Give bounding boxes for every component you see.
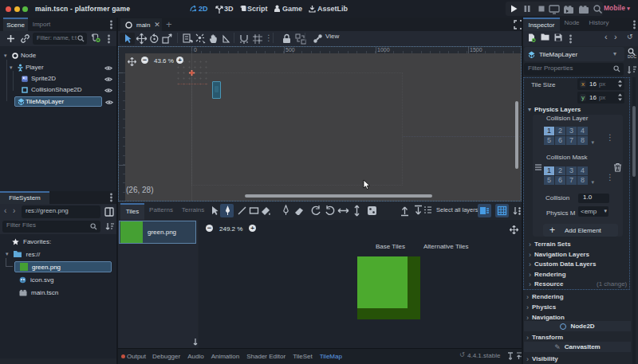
svg-text:DOC: DOC [628,54,637,59]
